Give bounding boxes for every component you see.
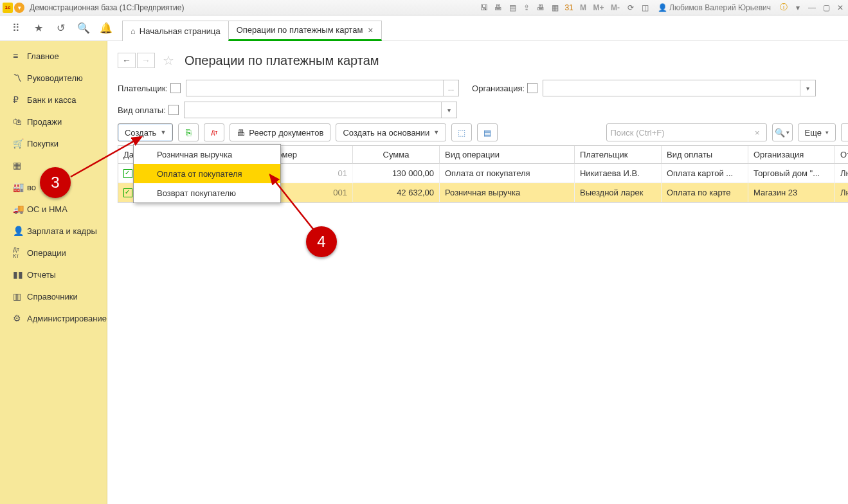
m-icon[interactable]: M	[578, 3, 588, 13]
books-icon: ▥	[13, 291, 27, 302]
maximize-icon[interactable]: ▢	[821, 3, 831, 13]
org-checkbox[interactable]	[527, 83, 537, 93]
search-icon[interactable]: 🔍	[76, 21, 91, 36]
m-minus-icon[interactable]: M-	[609, 3, 622, 13]
list-button[interactable]: ▤	[477, 123, 498, 141]
sidebar-item-main[interactable]: ≡Главное	[0, 45, 107, 67]
sidebar: ≡Главное 〽Руководителю ₽Банк и касса 🛍Пр…	[0, 41, 107, 504]
help-button[interactable]: ?	[841, 123, 848, 141]
tab-close-icon[interactable]: ×	[368, 25, 373, 35]
home-icon: ⌂	[131, 26, 136, 36]
search-button[interactable]: 🔍▾	[772, 123, 793, 141]
sidebar-item-refs[interactable]: ▥Справочники	[0, 285, 107, 307]
refresh-icon[interactable]: ⟳	[626, 3, 636, 13]
paytype-field[interactable]: ▾	[184, 102, 457, 118]
history-icon[interactable]: ↺	[53, 21, 69, 36]
dtkt-button[interactable]: Дт	[204, 123, 224, 141]
grid-icon: ▦	[13, 160, 27, 170]
clear-search-icon[interactable]: ×	[752, 128, 762, 138]
payer-checkbox[interactable]	[170, 83, 181, 93]
svg-line-0	[71, 137, 141, 177]
user-label[interactable]: 👤Любимов Валерий Юрьевич	[658, 3, 771, 12]
app-menu-dropdown[interactable]: ▾	[14, 3, 24, 13]
info-icon[interactable]: ⓘ	[779, 3, 789, 13]
tab-home[interactable]: ⌂ Начальная страница	[122, 21, 228, 41]
annotation-arrow-3	[58, 125, 174, 190]
close-window-icon[interactable]: ✕	[835, 3, 845, 13]
print-icon[interactable]: 🖶	[493, 3, 503, 13]
sidebar-item-bank[interactable]: ₽Банк и касса	[0, 89, 107, 111]
m-plus-icon[interactable]: M+	[592, 3, 605, 13]
sidebar-item-admin[interactable]: ⚙Администрирование	[0, 307, 107, 329]
col-responsible[interactable]: Отве	[835, 146, 848, 164]
copy-button[interactable]: ⎘	[178, 123, 199, 141]
annotation-marker-4: 4	[306, 226, 337, 257]
col-operation[interactable]: Вид операции	[440, 146, 575, 164]
favorite-star-icon[interactable]: ☆	[163, 53, 174, 68]
gear-icon: ⚙	[13, 313, 27, 323]
caret-icon[interactable]: ▾	[793, 3, 803, 13]
chevron-down-icon: ▼	[433, 129, 439, 136]
paytype-dropdown-icon[interactable]: ▾	[441, 102, 456, 118]
document-icon[interactable]: ▤	[507, 3, 518, 13]
chart-icon: 〽	[13, 73, 27, 83]
window-title: Демонстрационная база (1С:Предприятие)	[30, 3, 184, 12]
paytype-checkbox[interactable]	[168, 105, 179, 115]
org-label: Организация:	[472, 84, 525, 93]
payer-lookup-icon[interactable]: …	[443, 80, 458, 96]
main-toolbar: ⠿ ★ ↺ 🔍 🔔 ⌂ Начальная страница Операции …	[0, 15, 848, 41]
payer-field[interactable]: …	[186, 80, 459, 96]
app-logo-icon: 1c	[3, 3, 13, 13]
person-icon: 👤	[13, 226, 27, 236]
more-button[interactable]: Еще▾	[798, 123, 836, 141]
tab-payment-ops[interactable]: Операции по платежным картам ×	[228, 21, 382, 41]
home-icon: ≡	[13, 51, 27, 61]
user-icon: 👤	[658, 3, 667, 12]
favorite-icon[interactable]: ★	[31, 21, 46, 36]
bars-icon: ▮▮	[13, 269, 27, 280]
bag-icon: 🛍	[13, 116, 27, 127]
sidebar-item-hr[interactable]: 👤Зарплата и кадры	[0, 220, 107, 242]
sidebar-item-reports[interactable]: ▮▮Отчеты	[0, 264, 107, 285]
minimize-icon[interactable]: —	[807, 3, 817, 13]
col-payer[interactable]: Плательщик	[575, 146, 662, 164]
cart-icon: 🛒	[13, 138, 27, 148]
sidebar-item-assets[interactable]: 🚚ОС и НМА	[0, 198, 107, 220]
hierarchy-button[interactable]: ⬚	[451, 123, 472, 141]
chevron-down-icon: ▾	[825, 129, 829, 136]
chevron-down-icon: ▾	[786, 129, 789, 136]
factory-icon: 🏭	[13, 182, 27, 192]
org-field[interactable]: ▾	[543, 80, 816, 96]
truck-icon: 🚚	[13, 204, 27, 214]
search-input[interactable]: Поиск (Ctrl+F)×	[606, 123, 767, 141]
ruble-icon: ₽	[13, 94, 27, 105]
bell-icon[interactable]: 🔔	[98, 21, 114, 36]
col-sum[interactable]: Сумма	[353, 146, 440, 164]
org-dropdown-icon[interactable]: ▾	[800, 80, 815, 96]
sidebar-item-ops[interactable]: ДтКтОперации	[0, 242, 107, 264]
print-icon: 🖶	[237, 128, 245, 138]
col-org[interactable]: Организация	[748, 146, 835, 164]
back-button[interactable]: ←	[118, 53, 136, 68]
window-titlebar: 1c ▾ Демонстрационная база (1С:Предприят…	[0, 0, 848, 15]
page-title: Операции по платежным картам	[185, 53, 379, 68]
sidebar-item-manager[interactable]: 〽Руководителю	[0, 67, 107, 89]
content-area: ← → ☆ Операции по платежным картам × Пла…	[107, 41, 848, 504]
print2-icon[interactable]: 🖶	[536, 3, 546, 13]
calendar-icon[interactable]: 31	[564, 3, 574, 13]
save-icon[interactable]: 🖫	[479, 3, 489, 13]
col-paytype[interactable]: Вид оплаты	[662, 146, 748, 164]
registry-button[interactable]: 🖶Реестр документов	[230, 123, 330, 141]
dtkt-icon: ДтКт	[13, 246, 27, 259]
panel-icon[interactable]: ◫	[640, 3, 650, 13]
svg-line-1	[270, 175, 315, 231]
payer-label: Плательщик:	[118, 84, 168, 93]
forward-button[interactable]: →	[137, 53, 155, 68]
calc-icon[interactable]: ▦	[550, 3, 560, 13]
create-based-button[interactable]: Создать на основании▼	[336, 123, 446, 141]
export-icon[interactable]: ⇪	[521, 3, 532, 13]
paytype-label: Вид оплаты:	[118, 105, 166, 115]
apps-icon[interactable]: ⠿	[8, 21, 24, 36]
annotation-marker-3: 3	[40, 167, 71, 198]
